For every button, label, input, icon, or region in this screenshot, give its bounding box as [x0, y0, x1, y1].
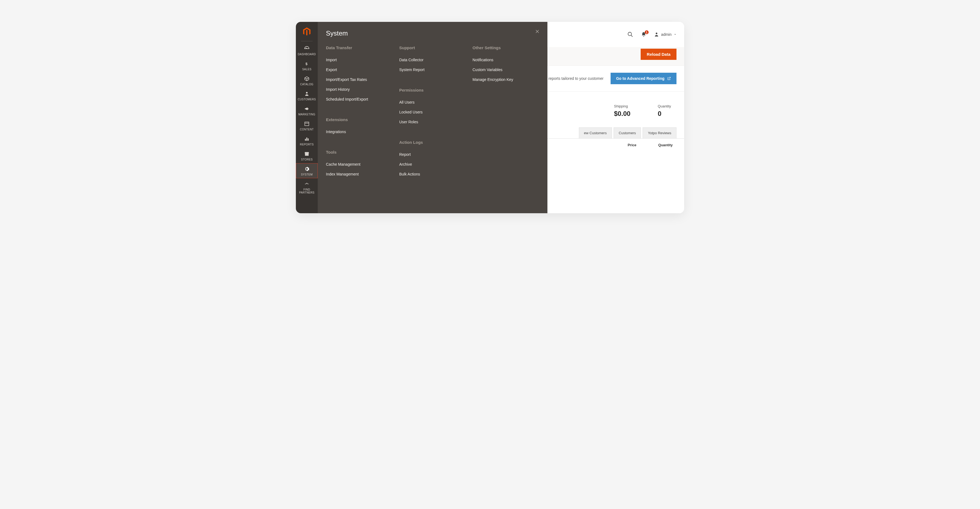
nav-reports[interactable]: REPORTS: [296, 133, 318, 148]
reporting-text: reports tailored to your customer: [549, 76, 604, 81]
group-title-other-settings: Other Settings: [473, 45, 530, 50]
box-icon: [304, 76, 310, 82]
store-icon: [304, 151, 310, 157]
nav-marketing[interactable]: MARKETING: [296, 103, 318, 118]
col-price: Price: [628, 143, 636, 147]
group-title-permissions: Permissions: [399, 88, 457, 92]
svg-rect-2: [305, 122, 309, 126]
gauge-icon: [304, 46, 310, 52]
nav-dashboard[interactable]: DASHBOARD: [296, 43, 318, 58]
nav-content[interactable]: CONTENT: [296, 118, 318, 133]
link-system-report[interactable]: System Report: [399, 65, 457, 75]
tab-new-customers[interactable]: ew Customers: [579, 127, 612, 138]
button-label: Go to Advanced Reporting: [616, 76, 665, 81]
group-title-action-logs: Action Logs: [399, 140, 457, 145]
system-flyout-panel: System Data Transfer Import Export Impor…: [318, 22, 547, 213]
chevron-down-icon: [674, 33, 676, 36]
close-icon[interactable]: [534, 29, 540, 35]
flyout-col-3: Other Settings Notifications Custom Vari…: [473, 45, 530, 179]
link-notifications[interactable]: Notifications: [473, 55, 530, 65]
nav-label: CATALOG: [300, 83, 313, 86]
group-title-tools: Tools: [326, 150, 383, 154]
nav-partners[interactable]: FIND PARTNERS: [296, 178, 318, 196]
nav-label: FIND PARTNERS: [296, 188, 318, 194]
nav-label: CUSTOMERS: [298, 98, 316, 101]
megaphone-icon: [304, 106, 310, 112]
gear-icon: [304, 166, 310, 172]
link-manage-encryption-key[interactable]: Manage Encryption Key: [473, 75, 530, 84]
group-title-extensions: Extensions: [326, 117, 383, 122]
tab-customers[interactable]: Customers: [614, 127, 641, 138]
nav-catalog[interactable]: CATALOG: [296, 73, 318, 88]
handshake-icon: [304, 181, 310, 187]
nav-label: MARKETING: [298, 113, 315, 116]
link-import-export-tax-rates[interactable]: Import/Export Tax Rates: [326, 75, 383, 84]
layout-icon: [304, 121, 310, 127]
nav-label: DASHBOARD: [298, 53, 316, 56]
notifications-badge: 1: [645, 30, 649, 34]
svg-point-1: [306, 92, 308, 94]
stat-label: Shipping: [614, 104, 630, 108]
magento-logo-icon[interactable]: [302, 27, 312, 37]
col-quantity: Quantity: [658, 143, 673, 147]
stat-shipping: Shipping $0.00: [614, 104, 630, 118]
svg-text:$: $: [305, 62, 307, 66]
group-title-support: Support: [399, 45, 457, 50]
link-custom-variables[interactable]: Custom Variables: [473, 65, 530, 75]
advanced-reporting-button[interactable]: Go to Advanced Reporting: [611, 73, 676, 84]
tab-yotpo-reviews[interactable]: Yotpo Reviews: [643, 127, 676, 138]
app-frame: DASHBOARD $ SALES CATALOG CUSTOMERS MARK…: [296, 22, 684, 213]
nav-label: SALES: [302, 68, 312, 71]
link-index-management[interactable]: Index Management: [326, 169, 383, 179]
nav-divider: [301, 41, 313, 41]
nav-customers[interactable]: CUSTOMERS: [296, 88, 318, 103]
link-user-roles[interactable]: User Roles: [399, 117, 457, 127]
nav-stores[interactable]: STORES: [296, 148, 318, 163]
user-menu[interactable]: admin: [654, 32, 676, 37]
svg-rect-4: [306, 137, 307, 141]
link-all-users[interactable]: All Users: [399, 97, 457, 107]
link-bulk-actions[interactable]: Bulk Actions: [399, 169, 457, 179]
flyout-col-2: Support Data Collector System Report Per…: [399, 45, 457, 179]
stat-value: $0.00: [614, 110, 630, 118]
link-locked-users[interactable]: Locked Users: [399, 107, 457, 117]
link-import-history[interactable]: Import History: [326, 84, 383, 94]
flyout-columns: Data Transfer Import Export Import/Expor…: [326, 45, 538, 179]
svg-rect-3: [305, 139, 306, 141]
group-title-data-transfer: Data Transfer: [326, 45, 383, 50]
reload-data-button[interactable]: Reload Data: [641, 49, 676, 60]
notifications-icon[interactable]: 1: [641, 32, 646, 37]
dollar-icon: $: [304, 61, 310, 67]
external-link-icon: [667, 76, 671, 80]
bar-chart-icon: [304, 136, 310, 142]
flyout-col-1: Data Transfer Import Export Import/Expor…: [326, 45, 383, 179]
link-integrations[interactable]: Integrations: [326, 127, 383, 137]
flyout-title: System: [326, 30, 538, 37]
link-export[interactable]: Export: [326, 65, 383, 75]
link-cache-management[interactable]: Cache Management: [326, 159, 383, 169]
nav-label: SYSTEM: [301, 173, 313, 176]
nav-label: REPORTS: [300, 143, 313, 146]
nav-system[interactable]: SYSTEM: [296, 163, 318, 178]
user-icon: [654, 32, 659, 37]
link-archive[interactable]: Archive: [399, 159, 457, 169]
link-report[interactable]: Report: [399, 150, 457, 159]
nav-label: CONTENT: [300, 128, 313, 131]
stat-label: Quantity: [658, 104, 671, 108]
link-data-collector[interactable]: Data Collector: [399, 55, 457, 65]
link-import[interactable]: Import: [326, 55, 383, 65]
svg-point-6: [628, 32, 632, 36]
stat-quantity: Quantity 0: [658, 104, 671, 118]
person-icon: [304, 91, 310, 97]
user-label: admin: [661, 32, 671, 37]
svg-rect-5: [308, 138, 309, 140]
stat-value: 0: [658, 110, 671, 118]
svg-point-7: [656, 33, 657, 34]
nav-label: STORES: [301, 158, 313, 161]
side-nav: DASHBOARD $ SALES CATALOG CUSTOMERS MARK…: [296, 22, 318, 213]
nav-sales[interactable]: $ SALES: [296, 58, 318, 73]
link-scheduled-import-export[interactable]: Scheduled Import/Export: [326, 94, 383, 104]
search-icon[interactable]: [627, 32, 633, 37]
